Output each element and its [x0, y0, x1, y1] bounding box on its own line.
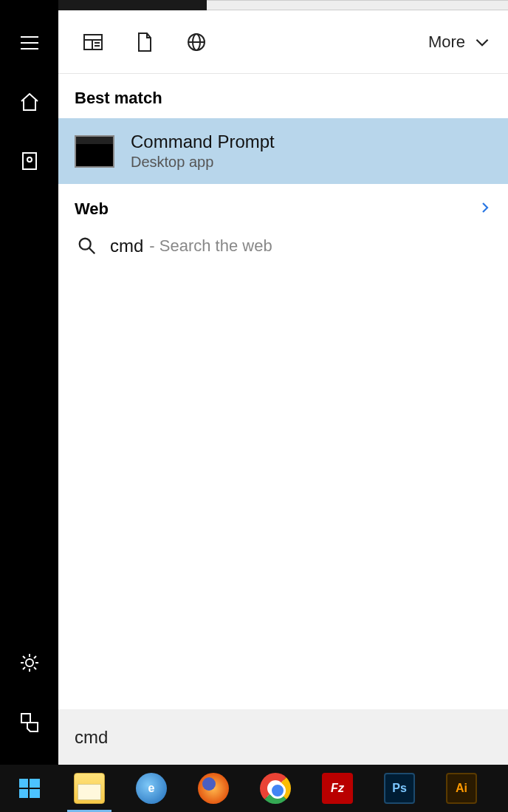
svg-rect-20	[30, 789, 40, 798]
illustrator-icon: Ai	[446, 773, 477, 804]
taskbar-item-file-explorer[interactable]	[58, 765, 120, 812]
home-icon	[18, 91, 41, 113]
result-text-group: Command Prompt Desktop app	[131, 132, 275, 171]
svg-rect-6	[21, 714, 30, 723]
best-match-result[interactable]: Command Prompt Desktop app	[58, 118, 508, 184]
search-input-value: cmd	[75, 727, 108, 748]
photoshop-icon: Ps	[384, 773, 415, 804]
chevron-down-icon	[473, 33, 492, 52]
chrome-icon	[260, 773, 291, 804]
hamburger-icon	[18, 32, 41, 54]
search-panel: More Best match Command Prompt Desktop a…	[58, 10, 508, 765]
result-title: Command Prompt	[131, 132, 275, 152]
notebook-button[interactable]	[0, 132, 58, 191]
web-search-result[interactable]: cmd - Search the web	[58, 228, 508, 264]
home-button[interactable]	[0, 72, 58, 132]
search-filter-bar: More	[58, 10, 508, 74]
filter-apps-button[interactable]	[75, 24, 111, 61]
web-hint-text: - Search the web	[149, 236, 272, 256]
chevron-right-icon	[478, 197, 492, 221]
document-filter-icon	[134, 31, 156, 53]
svg-point-15	[80, 239, 91, 250]
settings-button[interactable]	[0, 633, 58, 692]
taskbar-item-firefox[interactable]	[182, 765, 244, 812]
taskbar-item-internet-explorer[interactable]: e	[120, 765, 182, 812]
more-label: More	[428, 33, 465, 52]
more-filters-button[interactable]: More	[428, 33, 492, 52]
feedback-icon	[18, 711, 41, 733]
apps-filter-icon	[82, 31, 104, 53]
gear-icon	[18, 652, 41, 674]
web-label: Web	[75, 199, 109, 219]
command-prompt-icon	[75, 135, 114, 168]
feedback-button[interactable]	[0, 692, 58, 751]
taskbar-item-chrome[interactable]	[244, 765, 306, 812]
firefox-icon	[198, 773, 229, 804]
windows-logo-icon	[18, 777, 41, 800]
filezilla-icon: Fz	[322, 773, 353, 804]
web-query-text: cmd	[110, 236, 143, 256]
search-icon	[75, 236, 100, 256]
search-input[interactable]: cmd	[58, 709, 508, 765]
svg-rect-18	[30, 779, 40, 788]
start-sidebar	[0, 0, 58, 765]
notebook-icon	[18, 150, 41, 172]
filter-web-button[interactable]	[178, 24, 215, 61]
svg-point-4	[27, 157, 32, 162]
hamburger-menu-button[interactable]	[0, 13, 58, 72]
file-explorer-icon	[74, 773, 105, 804]
start-button[interactable]	[0, 765, 58, 812]
background-app-strip-light	[207, 0, 508, 10]
svg-line-16	[89, 248, 95, 253]
svg-rect-19	[19, 789, 28, 798]
internet-explorer-icon: e	[136, 773, 167, 804]
result-subtitle: Desktop app	[131, 154, 275, 171]
taskbar-item-illustrator[interactable]: Ai	[430, 765, 492, 812]
taskbar-item-filezilla[interactable]: Fz	[306, 765, 368, 812]
svg-rect-17	[19, 779, 28, 788]
web-section-header[interactable]: Web	[58, 184, 508, 228]
svg-point-5	[26, 659, 33, 666]
taskbar: e Fz Ps Ai	[0, 765, 508, 812]
best-match-label: Best match	[58, 74, 508, 118]
taskbar-item-photoshop[interactable]: Ps	[368, 765, 430, 812]
filter-documents-button[interactable]	[126, 24, 163, 61]
globe-filter-icon	[185, 31, 207, 53]
